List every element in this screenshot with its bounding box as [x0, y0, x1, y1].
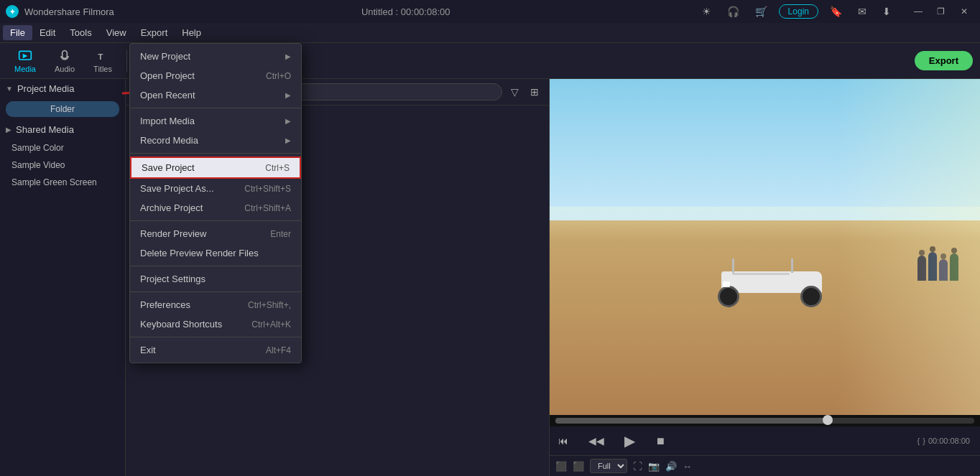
menu-separator-3 [130, 220, 301, 221]
app-name: Wondershare Filmora [24, 6, 114, 17]
volume-icon[interactable]: 🔊 [665, 461, 677, 472]
shared-media-label: Shared Media [16, 124, 74, 135]
folder-button[interactable]: Folder [6, 101, 119, 117]
snapshot-icon[interactable]: 📷 [648, 461, 660, 472]
grid-view-icon[interactable]: ⊞ [527, 85, 542, 99]
resize-icon[interactable]: ↔ [683, 461, 692, 472]
mail-icon[interactable]: ✉ [854, 4, 871, 19]
filter-icon[interactable]: ▽ [508, 85, 522, 99]
tab-audio[interactable]: Audio [47, 46, 82, 76]
title-bar-right: ☀ 🎧 🛒 Login 🔖 ✉ ⬇ — ❐ ✕ [698, 4, 974, 19]
menu-record-media[interactable]: Record Media ▶ [130, 131, 301, 150]
submenu-arrow-icon-3: ▶ [285, 117, 291, 125]
sample-color-item[interactable]: Sample Color [0, 139, 125, 157]
stop-button[interactable]: ⏹ [651, 434, 670, 448]
tab-media[interactable]: Media [7, 46, 43, 76]
submenu-arrow-icon: ▶ [285, 52, 291, 60]
video-scene [550, 79, 980, 415]
bookmark-icon[interactable]: 🔖 [826, 4, 846, 19]
skip-to-start-button[interactable]: ⏮ [554, 434, 573, 448]
expand-arrow-icon: ▼ [6, 85, 13, 93]
preview-timeline[interactable] [555, 418, 974, 424]
login-button[interactable]: Login [779, 4, 818, 19]
sample-green-screen-item[interactable]: Sample Green Screen [0, 174, 125, 191]
shared-expand-icon: ▶ [6, 126, 11, 134]
toolbar-separator [126, 50, 127, 72]
menu-edit[interactable]: Edit [32, 25, 63, 40]
zoom-select[interactable]: Full [590, 459, 627, 473]
menu-save-project[interactable]: Save Project Ctrl+S [130, 157, 301, 179]
export-clip-icon[interactable]: ⬛ [573, 461, 584, 472]
minimize-button[interactable]: — [908, 4, 928, 19]
menu-render-preview[interactable]: Render Preview Enter [130, 224, 301, 243]
menu-open-recent[interactable]: Open Recent ▶ [130, 85, 301, 105]
time-brackets-open: { [917, 437, 920, 445]
headphones-icon[interactable]: 🎧 [723, 4, 744, 19]
menu-separator-5 [130, 291, 301, 292]
timeline-thumb [823, 415, 833, 425]
menu-file[interactable]: File [3, 25, 32, 40]
current-time: 00:00:08:00 [928, 437, 970, 445]
cart-icon[interactable]: 🛒 [751, 4, 772, 19]
title-bar-center: Untitled : 00:00:08:00 [361, 6, 450, 17]
menu-separator-6 [130, 337, 301, 337]
app-title: Untitled : 00:00:08:00 [361, 6, 450, 17]
menu-preferences[interactable]: Preferences Ctrl+Shift+, [130, 295, 301, 314]
menu-separator-4 [130, 266, 301, 266]
maximize-button[interactable]: ❐ [931, 4, 951, 19]
tab-titles[interactable]: T Titles [86, 46, 119, 76]
title-bar-left: ✦ Wondershare Filmora [6, 5, 114, 18]
menu-bar: File Edit Tools View Export Help [0, 23, 980, 43]
time-brackets-close: } [923, 437, 925, 445]
preview-controls: ⏮ ◀◀ ▶ ⏹ { } 00:00:08:00 [550, 426, 980, 455]
app-logo: ✦ [6, 5, 19, 18]
menu-separator-1 [130, 108, 301, 108]
shared-media-header[interactable]: ▶ Shared Media [0, 120, 125, 139]
project-media-label: Project Media [17, 83, 74, 94]
timeline-progress [555, 418, 828, 424]
menu-export[interactable]: Export [134, 25, 175, 40]
submenu-arrow-icon-2: ▶ [285, 91, 291, 99]
menu-save-project-as[interactable]: Save Project As... Ctrl+Shift+S [130, 179, 301, 198]
menu-delete-preview[interactable]: Delete Preview Render Files [130, 243, 301, 263]
sample-video-item[interactable]: Sample Video [0, 157, 125, 174]
preview-panel: ⏮ ◀◀ ▶ ⏹ { } 00:00:08:00 ⬛ ⬛ Full ⛶ 📷 🔊 … [549, 79, 980, 476]
menu-keyboard-shortcuts[interactable]: Keyboard Shortcuts Ctrl+Alt+K [130, 314, 301, 334]
submenu-arrow-icon-4: ▶ [285, 136, 291, 144]
menu-new-project[interactable]: New Project ▶ [130, 47, 301, 66]
frame-back-button[interactable]: ◀◀ [584, 434, 609, 448]
menu-separator-2 [130, 153, 301, 154]
preview-video [550, 79, 980, 415]
brightness-icon[interactable]: ☀ [698, 4, 716, 19]
time-display: { } 00:00:08:00 [917, 437, 976, 445]
window-controls: — ❐ ✕ [908, 4, 974, 19]
title-bar: ✦ Wondershare Filmora Untitled : 00:00:0… [0, 0, 980, 23]
menu-open-project[interactable]: Open Project Ctrl+O [130, 66, 301, 85]
preview-bottom: ⬛ ⬛ Full ⛶ 📷 🔊 ↔ [550, 455, 980, 476]
play-button[interactable]: ▶ [620, 431, 639, 451]
menu-view[interactable]: View [99, 25, 134, 40]
export-button[interactable]: Export [915, 51, 973, 70]
menu-import-media[interactable]: Import Media ▶ [130, 111, 301, 131]
preview-fullscreen-icon[interactable]: ⛶ [633, 461, 642, 472]
svg-text:T: T [98, 52, 103, 61]
download-icon[interactable]: ⬇ [878, 4, 895, 19]
car-scene [550, 79, 980, 415]
close-button[interactable]: ✕ [954, 4, 974, 19]
file-dropdown-menu: New Project ▶ Open Project Ctrl+O Open R… [129, 43, 302, 363]
add-to-timeline-icon[interactable]: ⬛ [555, 461, 567, 472]
menu-exit[interactable]: Exit Alt+F4 [130, 340, 301, 360]
menu-tools[interactable]: Tools [63, 25, 98, 40]
left-panel: ▼ Project Media Folder ▶ Shared Media Sa… [0, 79, 126, 476]
menu-archive-project[interactable]: Archive Project Ctrl+Shift+A [130, 198, 301, 218]
menu-project-settings[interactable]: Project Settings [130, 269, 301, 289]
project-media-header[interactable]: ▼ Project Media [0, 79, 125, 98]
menu-help[interactable]: Help [175, 25, 208, 40]
